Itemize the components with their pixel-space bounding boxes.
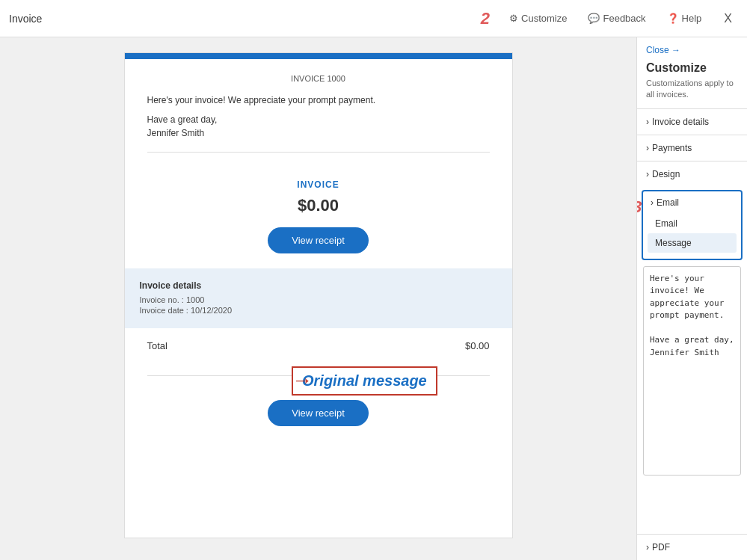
chevron-right-icon-2: › [646,143,649,153]
panel-email-section: 3 › Email Email Message [642,190,743,260]
right-panel: Close → Customize Customizations apply t… [636,37,747,560]
feedback-button[interactable]: 💬 Feedback [583,10,650,27]
help-button[interactable]: ❓ Help [663,10,707,27]
invoice-date-line: Invoice date : 10/12/2020 [140,306,497,315]
chevron-right-icon: › [646,117,649,127]
panel-design[interactable]: › Design [637,161,747,187]
panel-payments[interactable]: › Payments [637,135,747,161]
preview-area: INVOICE 1000 Here's your invoice! We app… [0,37,636,560]
step-2-badge: 2 [481,9,490,28]
view-receipt-button-1[interactable]: View receipt [268,227,369,253]
invoice-amount: $0.00 [147,196,490,215]
message-textarea[interactable] [643,266,741,476]
invoice-title: INVOICE 1000 [147,74,490,83]
panel-invoice-details[interactable]: › Invoice details [637,108,747,135]
gear-icon: ⚙ [509,13,518,24]
top-bar: Invoice 2 ⚙ Customize 💬 Feedback ❓ Help … [0,0,747,37]
chevron-right-icon-3: › [646,169,649,179]
feedback-label: Feedback [603,13,645,24]
annotation-arrow: → [292,369,313,393]
email-sub-email[interactable]: Email [648,214,737,233]
feedback-icon: 💬 [588,13,600,24]
step-3-badge: 3 [636,197,642,217]
customize-button[interactable]: ⚙ Customize [505,10,571,27]
page-title: Invoice [9,13,42,25]
annotation-label: Original message [292,366,437,396]
panel-title: Customize [637,58,747,76]
view-receipt-button-2[interactable]: View receipt [268,400,369,426]
invoice-message-greeting: Have a great day, Jennifer Smith [147,113,490,140]
help-label: Help [682,13,702,24]
email-subsections: Email Message [643,214,741,259]
invoice-preview: INVOICE 1000 Here's your invoice! We app… [124,52,513,538]
invoice-center-block: INVOICE $0.00 View receipt [147,164,490,268]
invoice-header-bar [125,53,512,59]
invoice-details-title: Invoice details [140,280,497,291]
invoice-details-section: Invoice details Invoice no. : 1000 Invoi… [125,268,512,328]
chevron-down-icon: › [651,197,654,208]
invoice-body: INVOICE 1000 Here's your invoice! We app… [125,59,512,459]
main-layout: INVOICE 1000 Here's your invoice! We app… [0,37,747,560]
total-value: $0.00 [465,340,490,351]
panel-pdf[interactable]: › PDF [637,534,747,560]
invoice-divider-1 [147,152,490,153]
invoice-message-1: Here's your invoice! We appreciate your … [147,93,490,107]
panel-email-header[interactable]: › Email [643,191,741,214]
top-bar-actions: 2 ⚙ Customize 💬 Feedback ❓ Help X [481,9,738,28]
total-label: Total [147,340,167,351]
invoice-no-line: Invoice no. : 1000 [140,295,497,304]
email-sub-message[interactable]: Message [648,233,737,253]
customize-label: Customize [521,13,567,24]
chevron-right-icon-4: › [646,542,649,553]
panel-close-button[interactable]: Close → [637,37,747,58]
invoice-total-row: Total $0.00 [147,328,490,363]
panel-subtitle: Customizations apply to all invoices. [637,76,747,108]
invoice-label: INVOICE [147,179,490,190]
help-icon: ❓ [667,13,679,24]
close-button[interactable]: X [718,9,738,28]
